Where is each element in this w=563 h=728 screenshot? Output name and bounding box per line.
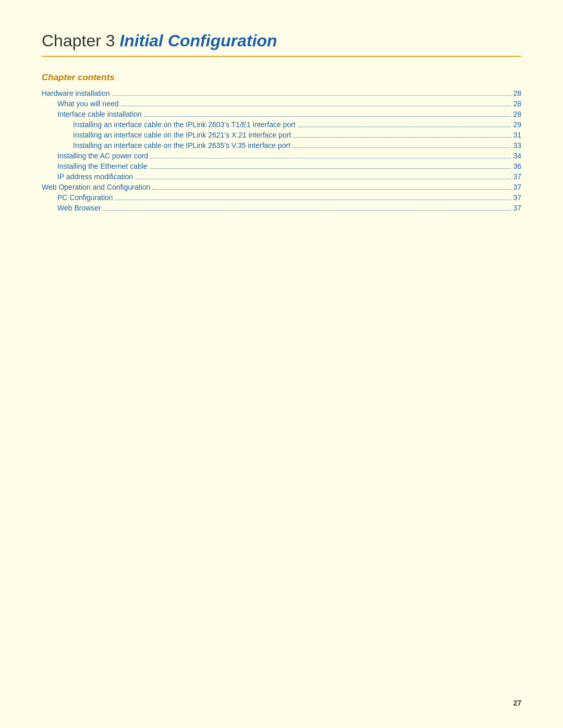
table-of-contents: Chapter contents Hardware installation28…	[42, 72, 521, 212]
toc-dots	[150, 158, 511, 158]
toc-page-number: 37	[513, 193, 521, 202]
toc-page-number: 37	[513, 183, 521, 191]
toc-dots	[144, 116, 511, 117]
toc-page-number: 28	[513, 89, 521, 97]
toc-entry: Web Browser37	[42, 204, 521, 212]
toc-page-number: 36	[513, 162, 521, 170]
toc-entry: PC Configuration37	[42, 193, 521, 202]
toc-dots	[292, 147, 511, 148]
toc-entry: Installing the AC power cord34	[42, 152, 521, 160]
toc-page-number: 29	[513, 120, 521, 129]
toc-dots	[152, 189, 511, 190]
toc-dots	[121, 106, 511, 106]
toc-page-number: 34	[513, 152, 521, 160]
toc-entries-container: Hardware installation28What you will nee…	[42, 89, 521, 212]
toc-page-number: 37	[513, 204, 521, 212]
toc-entry: Hardware installation28	[42, 89, 521, 97]
chapter-contents-heading: Chapter contents	[42, 72, 521, 83]
toc-page-number: 28	[513, 100, 521, 108]
toc-entry: Installing an interface cable on the IPL…	[42, 120, 521, 129]
toc-link-7[interactable]: Installing the Ethernet cable	[57, 162, 148, 170]
toc-link-4[interactable]: Installing an interface cable on the IPL…	[73, 131, 291, 139]
chapter-prefix: Chapter 3	[42, 31, 119, 50]
toc-link-1[interactable]: What you will need	[57, 100, 119, 108]
toc-link-9[interactable]: Web Operation and Configuration	[42, 183, 150, 191]
toc-dots	[115, 200, 511, 200]
toc-entry: What you will need28	[42, 100, 521, 108]
toc-dots	[150, 168, 511, 169]
toc-link-11[interactable]: Web Browser	[57, 204, 101, 212]
toc-entry: Installing the Ethernet cable36	[42, 162, 521, 170]
toc-entry: Installing an interface cable on the IPL…	[42, 131, 521, 139]
toc-page-number: 28	[513, 110, 521, 118]
toc-link-5[interactable]: Installing an interface cable on the IPL…	[73, 141, 290, 150]
toc-entry: Interface cable installation28	[42, 110, 521, 118]
toc-entry: IP address modification37	[42, 172, 521, 181]
toc-link-6[interactable]: Installing the AC power cord	[57, 152, 148, 160]
chapter-bold-title: Initial Configuration	[119, 31, 277, 50]
toc-entry: Installing an interface cable on the IPL…	[42, 141, 521, 150]
toc-dots	[112, 95, 511, 96]
chapter-title: Chapter 3 Initial Configuration	[42, 31, 521, 57]
toc-page-number: 31	[513, 131, 521, 139]
toc-dots	[293, 137, 511, 138]
toc-dots	[103, 210, 511, 211]
toc-dots	[135, 179, 511, 179]
toc-page-number: 33	[513, 141, 521, 150]
toc-dots	[298, 127, 511, 127]
toc-link-3[interactable]: Installing an interface cable on the IPL…	[73, 120, 296, 129]
toc-page-number: 37	[513, 172, 521, 181]
toc-link-2[interactable]: Interface cable installation	[57, 110, 142, 118]
toc-entry: Web Operation and Configuration37	[42, 183, 521, 191]
page-number: 27	[513, 699, 521, 707]
toc-link-10[interactable]: PC Configuration	[57, 193, 113, 202]
toc-link-0[interactable]: Hardware installation	[42, 89, 110, 97]
toc-link-8[interactable]: IP address modification	[57, 172, 133, 181]
